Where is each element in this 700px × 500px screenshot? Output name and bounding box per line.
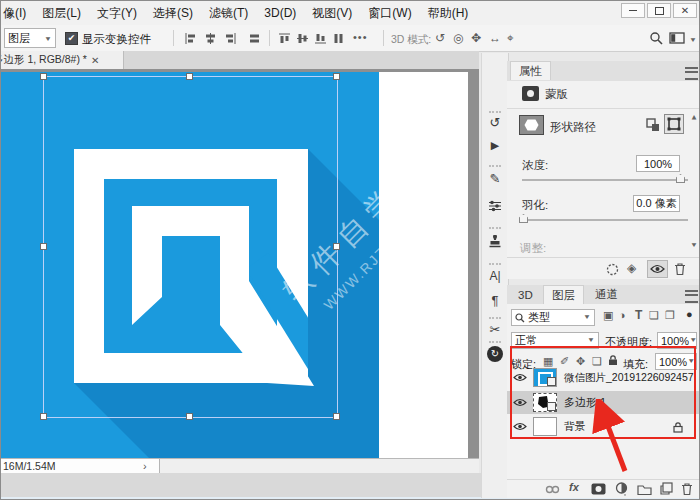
link-layers-icon[interactable] [545,485,560,494]
density-input[interactable]: 100% [636,155,680,172]
close-button[interactable]: ✕ [673,3,697,18]
chevron-down-icon[interactable]: ▼ [689,36,697,43]
delete-mask-icon[interactable] [674,262,686,276]
scroll-up-icon[interactable]: ▼ [690,113,698,122]
menu-type[interactable]: 文字(Y) [89,5,145,22]
annotation-arrow [581,399,641,477]
distribute-h-icon[interactable] [248,32,261,45]
align-bottom-icon[interactable] [314,32,327,45]
auto-select-dropdown[interactable]: 图层 ▼ [4,28,56,48]
tool-presets-panel-icon[interactable]: ✂ [482,322,508,337]
divider [507,108,699,109]
panel-menu-icon[interactable] [685,290,698,303]
transform-handle-top-left[interactable] [40,73,47,80]
3d-pan-icon[interactable]: ✥ [471,31,481,45]
vector-mask-frame-icon [665,115,683,133]
menu-layer[interactable]: 图层(L) [34,5,89,22]
clone-source-panel-icon[interactable] [488,235,502,249]
filter-toggle-icon[interactable]: ● [686,308,693,320]
libraries-cc-icon[interactable]: ↻ [487,346,503,362]
auto-select-value: 图层 [8,31,30,46]
minimize-button[interactable] [621,3,645,18]
show-transform-checkbox[interactable]: ✔ [65,32,78,45]
load-path-selection-icon[interactable] [646,118,661,132]
document-size-field[interactable]: 16M/1.54M › [1,459,160,473]
menu-view[interactable]: 视图(V) [304,5,360,22]
layers-action-bar: fx [507,479,699,499]
distribute-v-icon[interactable] [332,32,345,45]
transform-handle-bottom-right[interactable] [333,413,340,420]
transform-handle-mid-left[interactable] [40,243,47,250]
document-tab[interactable]: 多边形 1, RGB/8#) * ✕ [1,51,124,69]
density-value: 100% [644,158,672,170]
transform-handle-top-center[interactable] [186,73,193,80]
character-panel-icon[interactable]: A| [482,269,508,283]
tab-layers[interactable]: 图层 [543,285,584,304]
transform-handle-top-right[interactable] [333,73,340,80]
filter-type-icon[interactable]: T [635,308,642,322]
3d-orbit-icon[interactable]: ↺ [435,31,445,45]
mask-visibility-button[interactable] [647,260,668,278]
more-options-icon[interactable]: ••• [353,31,368,43]
history-panel-icon[interactable]: ↺ [482,115,508,130]
density-slider-track[interactable] [522,179,688,181]
workspace-switcher-icon[interactable] [669,32,685,44]
chevron-down-icon: ▼ [689,337,697,344]
paragraph-panel-icon[interactable]: ¶ [482,293,508,308]
panel-menu-icon[interactable] [685,67,698,80]
align-left-icon[interactable] [184,32,197,45]
align-center-h-icon[interactable] [204,32,217,45]
align-right-icon[interactable] [224,32,237,45]
new-layer-icon[interactable] [660,482,673,495]
transform-handle-bottom-center[interactable] [186,413,193,420]
align-middle-icon[interactable] [296,32,309,45]
search-icon[interactable] [649,31,663,45]
menu-select[interactable]: 选择(S) [145,5,201,22]
options-bar: 图层 ▼ ✔ 显示变换控件 ••• 3D 模式: ↺ ◎ ✥ ↔ ⌖ ▼ [1,25,700,52]
maximize-button[interactable] [647,3,671,18]
3d-roll-icon[interactable]: ◎ [453,31,463,45]
layer-style-fx-icon[interactable]: fx [569,481,579,493]
shape-path-thumbnail[interactable] [519,115,544,135]
layer-filter-dropdown[interactable]: 类型 ▼ [511,309,595,326]
adjustment-layer-icon[interactable] [615,482,628,496]
menu-filter[interactable]: 滤镜(T) [201,5,256,22]
actions-panel-icon[interactable]: ▶ [482,139,508,152]
feather-slider-track[interactable] [522,219,688,221]
tab-channels[interactable]: 通道 [587,285,626,304]
add-mask-icon[interactable] [591,483,606,495]
menu-3d[interactable]: 3D(D) [256,6,304,20]
density-slider-thumb[interactable] [676,174,685,183]
delete-layer-icon[interactable] [681,482,693,496]
menu-window[interactable]: 窗口(W) [360,5,419,22]
properties-panel: 蒙版 形状路径 ▼ 浓度: 100% 羽化: 0.0 像素 调整: ▼ [507,81,699,279]
vector-mask-toggle-button[interactable] [664,114,684,134]
scroll-down-icon[interactable]: ▼ [690,242,698,249]
mask-selection-icon[interactable] [606,263,619,276]
transform-bounding-box[interactable] [43,76,338,418]
3d-zoom-icon[interactable]: ⌖ [507,31,514,45]
filter-shape-icon[interactable]: ❏ [649,309,659,322]
transform-handle-bottom-left[interactable] [40,413,47,420]
filter-pixel-icon[interactable]: ▣ [603,309,613,322]
filter-adjustment-icon[interactable]: ◑ [619,309,626,321]
new-group-folder-icon[interactable] [637,484,652,495]
invert-mask-icon[interactable]: ◈ [627,261,636,275]
canvas-viewport[interactable]: 软件自学网 WWW.RJZXW.COM [1,69,479,458]
menu-image[interactable]: 像(I) [0,5,34,22]
feather-input[interactable]: 0.0 像素 [633,195,680,212]
tab-properties[interactable]: 属性 [510,61,551,80]
pasteboard [468,69,479,458]
panel-dock: ↺ ▶ ✎ A| ¶ ✂ ↻ [481,53,509,498]
3d-slide-icon[interactable]: ↔ [489,31,501,45]
menu-help[interactable]: 帮助(H) [420,5,477,22]
brush-presets-panel-icon[interactable]: ✎ [482,171,508,186]
tab-3d[interactable]: 3D [510,285,541,304]
tab-close-icon[interactable]: ✕ [91,55,99,66]
feather-slider-thumb[interactable] [519,214,528,223]
transform-handle-mid-right[interactable] [333,243,340,250]
status-chevron-icon[interactable]: › [143,460,147,472]
align-top-icon[interactable] [278,32,291,45]
filter-smart-object-icon[interactable]: ❐ [665,309,675,322]
adjustments-panel-icon[interactable] [488,199,502,213]
